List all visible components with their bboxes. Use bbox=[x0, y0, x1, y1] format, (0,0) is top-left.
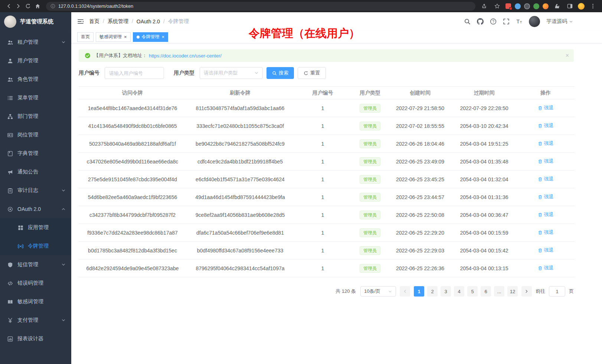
breadcrumb-system[interactable]: 系统管理 bbox=[108, 18, 137, 25]
table-row: c347026e805e4d99b0d116eae66eda8ccdfc4ce9… bbox=[79, 153, 575, 171]
force-logout-button[interactable]: 强退 bbox=[538, 247, 554, 254]
site-info-icon[interactable] bbox=[50, 4, 55, 9]
browser-reload-button[interactable] bbox=[23, 1, 33, 11]
sidebar-item-oauth2-token[interactable]: 令牌管理 bbox=[0, 237, 71, 255]
access-token-cell: 502375b8040a469a9b82188afdf6af1f bbox=[79, 135, 186, 153]
table-row: b0d1785bc3a8482f812db4a3f3bd15ecb0df4980… bbox=[79, 242, 575, 259]
sidebar-item-menu[interactable]: 菜单管理 bbox=[0, 89, 71, 107]
goto-page-input[interactable] bbox=[549, 286, 565, 297]
bookmark-star-icon[interactable] bbox=[492, 1, 502, 11]
sidebar-item-label: 敏感词管理 bbox=[17, 298, 66, 305]
force-logout-button[interactable]: 强退 bbox=[538, 122, 554, 129]
doc-link[interactable]: https://doc.iocoder.cn/user-center/ bbox=[149, 53, 222, 59]
force-logout-button[interactable]: 强退 bbox=[538, 229, 554, 236]
font-size-icon[interactable] bbox=[516, 18, 523, 25]
force-logout-button[interactable]: 强退 bbox=[538, 105, 554, 111]
browser-back-button[interactable] bbox=[4, 1, 13, 11]
page-button-1[interactable]: 1 bbox=[414, 286, 424, 297]
user-type-cell: 管理员 bbox=[351, 224, 389, 242]
expire-time-cell: 2054-03-04 00:36:47 bbox=[452, 206, 517, 224]
browser-home-button[interactable] bbox=[33, 1, 42, 11]
user-type-badge: 管理员 bbox=[360, 211, 380, 219]
user-type-select[interactable]: 请选择用户类型 bbox=[200, 67, 263, 79]
fullscreen-icon[interactable] bbox=[503, 18, 510, 25]
sidebar-item-post[interactable]: 岗位管理 bbox=[0, 126, 71, 144]
sidebar-collapse-button[interactable] bbox=[77, 18, 84, 25]
force-logout-button[interactable]: 强退 bbox=[538, 211, 554, 218]
tab-token[interactable]: 令牌管理 × bbox=[133, 32, 169, 42]
sidebar-item-pay[interactable]: 支付管理 bbox=[0, 311, 71, 330]
help-icon[interactable] bbox=[490, 18, 497, 25]
sidebar-item-user[interactable]: 用户管理 bbox=[0, 52, 71, 70]
chart-icon bbox=[7, 336, 13, 342]
page-button-6[interactable]: 6 bbox=[481, 286, 491, 297]
breadcrumb-home[interactable]: 首页 bbox=[89, 18, 108, 25]
expire-time-cell: 2054-03-04 19:51:25 bbox=[452, 135, 517, 153]
force-logout-button[interactable]: 强退 bbox=[538, 140, 554, 147]
extensions-puzzle-icon[interactable] bbox=[552, 1, 562, 11]
search-icon[interactable] bbox=[464, 18, 471, 25]
table-row: 502375b8040a469a9b82188afdf6af1fbe90422b… bbox=[79, 135, 575, 153]
sidebar-item-sensitive-word[interactable]: 敏感词管理 bbox=[0, 292, 71, 311]
alert-close-icon[interactable]: × bbox=[566, 53, 569, 59]
next-page-button[interactable] bbox=[521, 286, 532, 297]
close-icon[interactable]: × bbox=[162, 34, 165, 39]
page-size-select[interactable]: 10条/页 bbox=[360, 286, 396, 297]
breadcrumb-oauth2[interactable]: OAuth 2.0 bbox=[137, 19, 168, 24]
tab-sensitive-word[interactable]: 敏感词管理 × bbox=[96, 32, 131, 42]
page-button-12[interactable]: 12 bbox=[507, 286, 518, 297]
sidebar-item-tenant[interactable]: 租户管理 bbox=[0, 33, 71, 52]
action-cell: 强退 bbox=[517, 224, 575, 242]
sidebar-item-sms[interactable]: 短信管理 bbox=[0, 255, 71, 274]
trash-icon bbox=[538, 141, 543, 146]
trash-icon bbox=[538, 106, 543, 110]
side-panel-icon[interactable] bbox=[565, 1, 575, 11]
reset-button-label: 重置 bbox=[310, 70, 320, 76]
action-cell: 强退 bbox=[517, 242, 575, 259]
action-cell: 强退 bbox=[517, 153, 575, 171]
sidebar-item-report-designer[interactable]: 报表设计器 bbox=[0, 330, 71, 348]
app-title: 芋道管理系统 bbox=[20, 18, 53, 25]
force-logout-button[interactable]: 强退 bbox=[538, 158, 554, 165]
app-logo[interactable]: 芋道管理系统 bbox=[0, 12, 71, 31]
extension-icon-orange[interactable] bbox=[543, 3, 549, 9]
force-logout-button[interactable]: 强退 bbox=[538, 265, 554, 271]
page-button-5[interactable]: 5 bbox=[467, 286, 478, 297]
share-icon[interactable] bbox=[479, 1, 489, 11]
user-avatar[interactable] bbox=[529, 16, 540, 27]
user-id-input[interactable] bbox=[105, 67, 164, 79]
page-button-4[interactable]: 4 bbox=[454, 286, 464, 297]
force-logout-button[interactable]: 强退 bbox=[538, 193, 554, 200]
tab-home[interactable]: 首页 bbox=[77, 32, 94, 42]
app-frame: 芋道管理系统 租户管理 用户管理 角色管理 菜单管理 bbox=[0, 12, 602, 364]
github-icon[interactable] bbox=[477, 18, 484, 25]
col-refresh-token: 刷新令牌 bbox=[186, 87, 294, 99]
browser-profile-avatar[interactable] bbox=[578, 3, 585, 10]
user-menu[interactable]: 芋道源码 bbox=[546, 18, 573, 25]
reset-button[interactable]: 重置 bbox=[298, 67, 326, 79]
user-type-cell: 管理员 bbox=[351, 259, 389, 277]
browser-address-bar[interactable]: 127.0.0.1:1024/system/oauth2/token bbox=[46, 2, 475, 11]
close-icon[interactable]: × bbox=[124, 34, 127, 39]
sidebar-item-error-code[interactable]: 错误码管理 bbox=[0, 274, 71, 292]
page-button-2[interactable]: 2 bbox=[427, 286, 438, 297]
sidebar-item-oauth2[interactable]: OAuth 2.0 bbox=[0, 200, 71, 218]
force-logout-button[interactable]: 强退 bbox=[538, 176, 554, 182]
extension-icon-badged[interactable] bbox=[505, 3, 511, 9]
extension-icon-blue[interactable] bbox=[515, 3, 521, 9]
extension-icon-dark[interactable] bbox=[524, 3, 530, 9]
refresh-token-cell: e6cfd40eb1f54571a31e775e039c4624 bbox=[186, 171, 294, 188]
browser-forward-button[interactable] bbox=[13, 1, 23, 11]
sidebar-item-audit-log[interactable]: 审计日志 bbox=[0, 181, 71, 200]
page-button-3[interactable]: 3 bbox=[441, 286, 451, 297]
sidebar-item-notice[interactable]: 通知公告 bbox=[0, 163, 71, 181]
extension-icon-green[interactable] bbox=[533, 3, 539, 9]
search-button[interactable]: 搜索 bbox=[266, 67, 294, 79]
page-ellipsis[interactable]: ... bbox=[494, 286, 504, 297]
sidebar-item-dict[interactable]: 字典管理 bbox=[0, 144, 71, 163]
sidebar-item-dept[interactable]: 部门管理 bbox=[0, 107, 71, 126]
sidebar-item-role[interactable]: 角色管理 bbox=[0, 70, 71, 89]
sidebar-item-oauth2-app[interactable]: 应用管理 bbox=[0, 218, 71, 237]
prev-page-button[interactable] bbox=[400, 286, 410, 297]
browser-menu-icon[interactable] bbox=[588, 1, 598, 11]
